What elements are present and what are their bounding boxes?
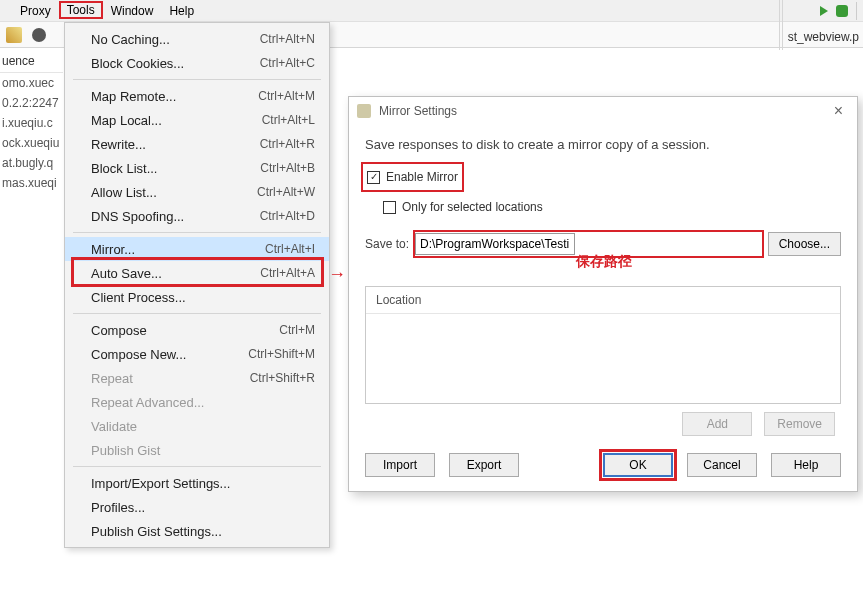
right-toolbar (820, 2, 857, 20)
menu-no-caching[interactable]: No Caching...Ctrl+Alt+N (65, 27, 329, 51)
menu-client-process[interactable]: Client Process... (65, 285, 329, 309)
side-item[interactable]: i.xueqiu.c (0, 113, 63, 133)
enable-mirror-label: Enable Mirror (386, 170, 458, 184)
menu-repeat: RepeatCtrl+Shift+R (65, 366, 329, 390)
menu-publish-gist: Publish Gist (65, 438, 329, 462)
menu-map-local[interactable]: Map Local...Ctrl+Alt+L (65, 108, 329, 132)
broom-icon[interactable] (6, 27, 22, 43)
location-header: Location (366, 287, 840, 314)
dialog-titlebar: Mirror Settings × (349, 97, 857, 125)
enable-mirror-checkbox[interactable] (367, 171, 380, 184)
dialog-title: Mirror Settings (379, 104, 828, 118)
side-item[interactable]: omo.xuec (0, 73, 63, 93)
side-item[interactable]: 0.2.2:2247 (0, 93, 63, 113)
side-panel: uence omo.xuec 0.2.2:2247 i.xueqiu.c ock… (0, 50, 63, 193)
save-path-input[interactable] (415, 233, 575, 255)
help-button[interactable]: Help (771, 453, 841, 477)
menu-validate: Validate (65, 414, 329, 438)
debug-icon[interactable] (836, 5, 848, 17)
record-icon[interactable] (32, 28, 46, 42)
annotation-save-path: 保存路径 (576, 253, 632, 271)
run-icon[interactable] (820, 6, 828, 16)
menu-compose[interactable]: ComposeCtrl+M (65, 318, 329, 342)
menu-map-remote[interactable]: Map Remote...Ctrl+Alt+M (65, 84, 329, 108)
location-list[interactable]: Location (365, 286, 841, 404)
side-item[interactable]: mas.xueqi (0, 173, 63, 193)
menu-mirror[interactable]: Mirror...Ctrl+Alt+I (65, 237, 329, 261)
menu-repeat-advanced: Repeat Advanced... (65, 390, 329, 414)
menu-dns-spoofing[interactable]: DNS Spoofing...Ctrl+Alt+D (65, 204, 329, 228)
dialog-description: Save responses to disk to create a mirro… (365, 137, 841, 152)
only-selected-label: Only for selected locations (402, 200, 543, 214)
menu-proxy[interactable]: Proxy (12, 2, 59, 20)
ok-button[interactable]: OK (603, 453, 673, 477)
menu-rewrite[interactable]: Rewrite...Ctrl+Alt+R (65, 132, 329, 156)
menu-block-list[interactable]: Block List...Ctrl+Alt+B (65, 156, 329, 180)
menu-allow-list[interactable]: Allow List...Ctrl+Alt+W (65, 180, 329, 204)
save-to-label: Save to: (365, 237, 409, 251)
export-button[interactable]: Export (449, 453, 519, 477)
import-button[interactable]: Import (365, 453, 435, 477)
cancel-button[interactable]: Cancel (687, 453, 757, 477)
menu-publish-gist-settings[interactable]: Publish Gist Settings... (65, 519, 329, 543)
only-selected-checkbox[interactable] (383, 201, 396, 214)
choose-button[interactable]: Choose... (768, 232, 841, 256)
menu-import-export-settings[interactable]: Import/Export Settings... (65, 471, 329, 495)
tools-dropdown: No Caching...Ctrl+Alt+N Block Cookies...… (64, 22, 330, 548)
arrow-icon: → (328, 264, 346, 285)
menu-tools[interactable]: Tools (59, 1, 103, 19)
file-tab[interactable]: st_webview.p (788, 30, 859, 44)
add-button: Add (682, 412, 752, 436)
side-header: uence (0, 50, 63, 73)
menu-compose-new[interactable]: Compose New...Ctrl+Shift+M (65, 342, 329, 366)
menubar: Proxy Tools Window Help (0, 0, 863, 22)
menu-window[interactable]: Window (103, 2, 162, 20)
mirror-settings-dialog: Mirror Settings × Save responses to disk… (348, 96, 858, 492)
menu-block-cookies[interactable]: Block Cookies...Ctrl+Alt+C (65, 51, 329, 75)
menu-auto-save[interactable]: Auto Save...Ctrl+Alt+A (65, 261, 329, 285)
side-item[interactable]: ock.xueqiu (0, 133, 63, 153)
dialog-icon (357, 104, 371, 118)
side-item[interactable]: at.bugly.q (0, 153, 63, 173)
menu-profiles[interactable]: Profiles... (65, 495, 329, 519)
close-icon[interactable]: × (828, 102, 849, 120)
remove-button: Remove (764, 412, 835, 436)
menu-help[interactable]: Help (161, 2, 202, 20)
